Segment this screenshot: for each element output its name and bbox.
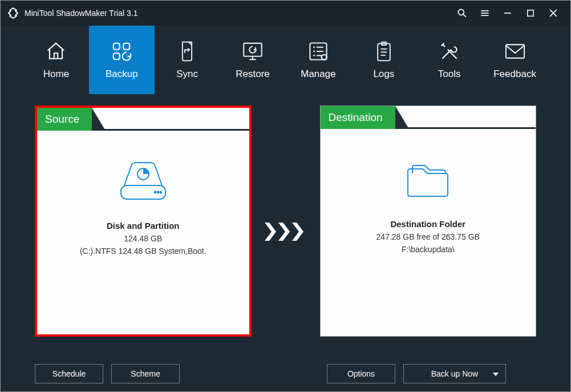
destination-header: Destination	[321, 106, 536, 129]
destination-wrap: Destination Destination Folder 247.28 GB…	[320, 106, 537, 357]
source-wrap: Source Disk and Partition 124.48	[35, 106, 252, 357]
svg-point-0	[458, 9, 464, 15]
logs-icon	[374, 40, 394, 63]
maximize-button[interactable]	[519, 1, 542, 26]
main-nav: Home Backup Sync Restore Manage	[1, 26, 570, 94]
svg-rect-11	[114, 53, 120, 59]
main-content: Source Disk and Partition 124.48	[1, 94, 570, 391]
nav-label: Backup	[106, 68, 138, 80]
svg-rect-9	[114, 43, 120, 50]
cards-row: Source Disk and Partition 124.48	[35, 106, 536, 357]
svg-point-32	[160, 192, 161, 193]
svg-rect-10	[123, 43, 129, 50]
svg-marker-36	[292, 223, 303, 241]
source-title: Disk and Partition	[107, 221, 180, 231]
app-title: MiniTool ShadowMaker Trial 3.1	[25, 9, 137, 18]
source-card[interactable]: Source Disk and Partition 124.48	[35, 106, 252, 337]
source-detail: (C:).NTFS 124.48 GB System,Boot.	[80, 246, 206, 256]
nav-label: Feedback	[493, 68, 536, 80]
home-icon	[45, 40, 67, 63]
destination-free: 247.28 GB free of 263.75 GB	[376, 232, 480, 241]
nav-logs[interactable]: Logs	[351, 26, 416, 94]
svg-line-1	[463, 14, 466, 17]
source-tab-label: Source	[37, 108, 92, 131]
menu-button[interactable]	[473, 1, 496, 26]
tools-icon	[439, 40, 460, 63]
dropdown-caret-icon	[493, 373, 499, 376]
feedback-icon	[504, 40, 526, 63]
nav-manage[interactable]: Manage	[286, 26, 351, 94]
backup-icon	[111, 40, 132, 63]
bottom-buttons: Schedule Scheme Options Back up Now	[35, 364, 536, 383]
titlebar: MiniTool ShadowMaker Trial 3.1	[1, 1, 570, 26]
destination-card[interactable]: Destination Destination Folder 247.28 GB…	[320, 106, 537, 337]
nav-feedback[interactable]: Feedback	[482, 26, 548, 94]
svg-point-31	[157, 192, 159, 193]
sync-icon	[177, 40, 197, 63]
search-button[interactable]	[451, 1, 473, 26]
nav-tools[interactable]: Tools	[416, 26, 482, 94]
restore-icon	[241, 40, 264, 63]
options-button[interactable]: Options	[327, 364, 395, 383]
source-header: Source	[37, 108, 249, 131]
destination-path: F:\backupdata\	[402, 245, 455, 254]
backup-now-label: Back up Now	[431, 369, 478, 378]
app-logo-icon	[6, 6, 20, 20]
disk-icon	[118, 159, 169, 205]
svg-marker-34	[265, 223, 276, 241]
nav-label: Restore	[236, 68, 270, 80]
source-size: 124.48 GB	[124, 234, 162, 243]
app-window: MiniTool ShadowMaker Trial 3.1 Home	[0, 0, 571, 392]
nav-label: Tools	[438, 68, 461, 80]
nav-label: Logs	[373, 68, 394, 80]
svg-rect-6	[528, 10, 534, 17]
destination-title: Destination Folder	[390, 219, 465, 229]
manage-icon	[307, 40, 329, 63]
destination-tab-label: Destination	[321, 106, 395, 129]
nav-label: Manage	[301, 68, 335, 80]
svg-marker-35	[278, 223, 290, 241]
nav-home[interactable]: Home	[23, 26, 89, 94]
backup-now-button[interactable]: Back up Now	[403, 364, 506, 383]
nav-backup[interactable]: Backup	[89, 26, 155, 94]
svg-point-30	[154, 192, 156, 193]
schedule-button[interactable]: Schedule	[35, 364, 103, 383]
nav-label: Home	[43, 68, 69, 80]
close-button[interactable]	[542, 1, 565, 26]
minimize-button[interactable]	[496, 1, 519, 26]
nav-label: Sync	[176, 68, 198, 80]
nav-sync[interactable]: Sync	[155, 26, 220, 94]
folder-icon	[402, 157, 453, 203]
svg-rect-12	[244, 43, 261, 56]
scheme-button[interactable]: Scheme	[111, 364, 180, 383]
svg-rect-28	[505, 45, 524, 58]
nav-restore[interactable]: Restore	[220, 26, 286, 94]
arrow-indicator	[252, 106, 320, 357]
